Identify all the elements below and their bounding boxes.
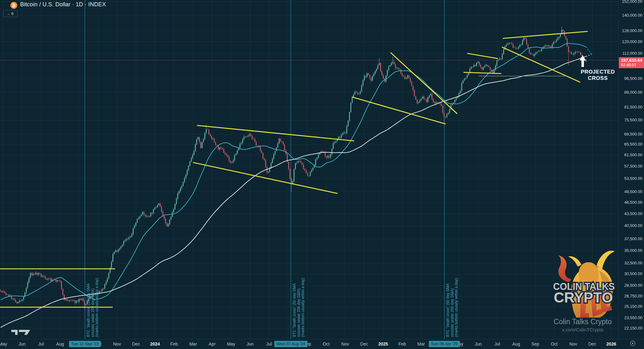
month-label: Sep (531, 341, 539, 346)
tradingview-logo[interactable] (10, 327, 39, 336)
axis-settings-button[interactable] (629, 340, 637, 347)
month-label: May (0, 341, 7, 346)
trendline-shallow-downtrend-2025 (353, 97, 445, 124)
event-date-badge: Sun 06 Apr '25 (429, 341, 460, 347)
price-tick-label: 49,500.00 (619, 189, 642, 194)
price-tick-label: 96,500.00 (619, 76, 642, 81)
trendline-mini-bottom-mid-2025 (464, 72, 501, 74)
watermark-line2: CRYPTO (554, 289, 613, 306)
price-tick-label: 81,500.00 (619, 105, 642, 110)
colin-talks-crypto-logo: COLIN TALKS CRYPTO (552, 245, 616, 321)
price-tick-label: 40,500.00 (619, 223, 642, 228)
tradingview-chart-window: ₿ Bitcoin / U.S. Dollar · 1D · INDEX ⌄ 6… (0, 0, 644, 349)
month-label: Mar (417, 341, 425, 346)
sma-projection-dashed (586, 47, 591, 54)
price-tick-label: 152,000.00 (619, 0, 642, 4)
trendline-rising-top-late-2025 (503, 31, 587, 38)
price-tick-label: 69,500.00 (619, 132, 642, 137)
candles (0, 26, 587, 309)
projected-cross-label: PROJECTED CROSS (579, 69, 617, 81)
projected-cross-arrow (579, 53, 588, 69)
month-label: Nov (113, 341, 121, 346)
month-label: Feb (170, 341, 178, 346)
price-tick-label: 43,500.00 (619, 211, 642, 216)
death-cross-note: BTC "death cross" (50 day SMAcrosses und… (446, 278, 459, 337)
bar-countdown: 02:45:07 (621, 63, 644, 67)
indicator-count: 6 (11, 11, 14, 16)
price-tick-label: 61,500.00 (619, 152, 642, 158)
sma-line (1, 43, 586, 300)
price-tick-label: 65,500.00 (619, 142, 642, 147)
symbol-title[interactable]: Bitcoin / U.S. Dollar · 1D · INDEX (20, 1, 106, 8)
trendline-falling-low-late-2025 (502, 47, 580, 82)
month-label: Jun (19, 341, 26, 346)
trendline-channel-bottom-2024 (193, 163, 337, 193)
month-label: Oct (323, 341, 330, 346)
month-label: Mar (189, 341, 197, 346)
price-tick-label: 28,500.00 (619, 283, 642, 288)
month-label: Feb (398, 341, 406, 346)
trendline-mini-top-mid-2025 (468, 53, 497, 58)
price-tick-label: 23,550.00 (619, 315, 642, 320)
watermark-name: Colin Talks Crypto (550, 318, 615, 326)
price-tick-label: 30,500.00 (619, 271, 642, 276)
death-cross-note: BTC "death cross" (50 day SMAcrosses und… (292, 278, 305, 337)
death-cross-event-lines (85, 0, 444, 339)
settings-icon (629, 340, 636, 347)
event-date-badge: Tue 12 Sep '23 (69, 341, 101, 347)
price-tick-label: 26,750.00 (619, 294, 642, 299)
indicator-count-toggle[interactable]: ⌄ 6 (3, 10, 18, 17)
month-label: 2026 (606, 341, 616, 346)
month-label: Jul (38, 341, 44, 346)
month-label: Jun (475, 341, 482, 346)
month-label: Dec (360, 341, 368, 346)
price-tick-label: 53,500.00 (619, 176, 642, 181)
price-tick-label: 112,000.00 (619, 51, 642, 56)
last-price-value: 107,610.64 (621, 58, 644, 63)
month-label: 2024 (150, 341, 160, 346)
price-tick-label: 37,500.00 (619, 236, 642, 241)
price-tick-label: 120,000.00 (619, 39, 642, 44)
month-label: Jul (494, 341, 500, 346)
month-label: Dec (588, 341, 596, 346)
month-label: Aug (512, 341, 520, 346)
price-tick-label: 32,500.00 (619, 261, 642, 266)
event-date-badge: Wed 07 Aug '24 (274, 341, 307, 347)
month-label: Nov (569, 341, 577, 346)
month-label: Jun (247, 341, 254, 346)
trendline-steep-downtrend-2025 (391, 53, 457, 114)
price-tick-label: 22,150.00 (619, 326, 642, 331)
time-axis[interactable]: MayJunJulAugSepOctNovDec2024FebMarAprMay… (0, 339, 644, 349)
price-tick-label: 25,150.00 (619, 304, 642, 309)
price-tick-label: 46,500.00 (619, 200, 642, 205)
price-tick-label: 140,000.00 (619, 13, 642, 18)
trendline-channel-top-2024 (197, 125, 354, 141)
month-label: Apr (209, 341, 216, 346)
bitcoin-icon: ₿ (10, 2, 17, 9)
death-cross-note: BTC "death cross" (50 day SMAcrosses und… (86, 278, 99, 337)
month-label: Dec (132, 341, 140, 346)
month-label: May (227, 341, 235, 346)
price-tick-label: 128,000.00 (619, 28, 642, 33)
month-label: Oct (551, 341, 558, 346)
month-label: Nov (341, 341, 349, 346)
month-label: Aug (56, 341, 64, 346)
watermark-handle: x.com/ColinTCrypto (550, 327, 615, 332)
price-tick-label: 89,000.00 (619, 90, 642, 95)
month-label: 2025 (378, 341, 388, 346)
price-tick-label: 35,000.00 (619, 248, 642, 253)
price-tick-label: 75,500.00 (619, 118, 642, 123)
chevron-down-icon: ⌄ (7, 12, 10, 15)
month-label: Jul (266, 341, 272, 346)
last-price-badge: 107,610.64 02:45:07 (619, 57, 644, 68)
price-tick-label: 57,500.00 (619, 164, 642, 169)
price-axis[interactable]: 107,610.64 02:45:07 152,000.00140,000.00… (618, 0, 644, 339)
